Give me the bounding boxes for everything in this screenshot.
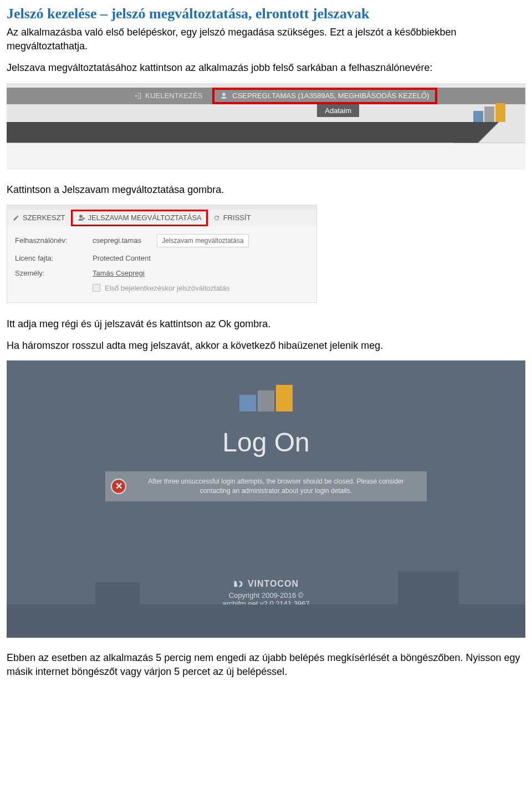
field-label-person: Személy:: [15, 269, 93, 277]
error-icon: ✕: [111, 479, 126, 494]
paragraph-2: Jelszava megváltoztatásához kattintson a…: [7, 61, 525, 75]
screenshot-user-menu: KIJELENTKEZÉS CSEPREGI.TAMAS (1A3589A5, …: [7, 83, 525, 170]
refresh-icon: [213, 215, 220, 221]
logout-label: KIJELENTKEZÉS: [145, 92, 202, 100]
paragraph-3: Kattintson a Jelszavam megváltoztatása g…: [7, 183, 525, 197]
paragraph-4: Itt adja meg régi és új jelszavát és kat…: [7, 317, 525, 331]
field-value-person-link[interactable]: Tamás Csepregi: [93, 269, 145, 277]
brand-mark-icon: [233, 580, 243, 588]
paragraph-1: Az alkalmazásba való első belépéskor, eg…: [7, 26, 525, 53]
tab-adataim[interactable]: Adataim: [317, 104, 359, 117]
edit-button[interactable]: SZERKESZT: [7, 210, 71, 226]
screenshot-login-error: Log On ✕ After three unsuccessful login …: [7, 360, 525, 638]
first-login-checkbox-label: Első bejelentkezéskor jelszóváltoztatás: [105, 284, 229, 292]
paragraph-6: Ebben az esetben az alkalmazás 5 percig …: [7, 651, 525, 679]
page-title: Jelszó kezelése – jelszó megváltoztatása…: [7, 6, 525, 22]
login-error-banner: ✕ After three unsuccessful login attempt…: [105, 471, 427, 501]
login-title: Log On: [7, 427, 525, 458]
first-login-checkbox[interactable]: [93, 284, 100, 292]
brand-name: VINTOCON: [248, 579, 299, 589]
field-value-username: csepregi.tamas: [93, 236, 141, 245]
login-logo-icon: [239, 385, 293, 411]
login-error-text: After three unsuccessful login attempts,…: [148, 477, 404, 495]
edit-label: SZERKESZT: [23, 214, 65, 222]
person-key-icon: [77, 214, 85, 222]
change-password-button-highlighted[interactable]: JELSZAVAM MEGVÁLTOZTATÁSA: [71, 210, 208, 226]
refresh-button[interactable]: FRISSÍT: [208, 210, 257, 226]
tooltip-change-password: Jelszavam megváltoztatása: [157, 234, 248, 247]
pencil-icon: [13, 215, 19, 221]
user-menu-highlighted[interactable]: CSEPREGI.TAMAS (1A3589A5, MEGHIBÁSODÁS K…: [212, 88, 437, 104]
change-password-label: JELSZAVAM MEGVÁLTOZTATÁSA: [88, 214, 202, 222]
refresh-label: FRISSÍT: [223, 214, 251, 222]
paragraph-5: Ha háromszor rosszul adta meg jelszavát,…: [7, 339, 525, 353]
person-icon: [220, 92, 228, 100]
logout-icon: [134, 92, 142, 100]
field-value-license: Protected Content: [93, 254, 151, 262]
skyline-decoration: [7, 604, 525, 638]
field-label-license: Licenc fajta:: [15, 254, 93, 262]
screenshot-password-change-toolbar: SZERKESZT JELSZAVAM MEGVÁLTOZTATÁSA FRIS…: [7, 205, 317, 303]
field-label-username: Felhasználónév:: [15, 236, 93, 245]
user-menu-label: CSEPREGI.TAMAS (1A3589A5, MEGHIBÁSODÁS K…: [232, 92, 429, 100]
logout-button[interactable]: KIJELENTKEZÉS: [134, 92, 202, 100]
